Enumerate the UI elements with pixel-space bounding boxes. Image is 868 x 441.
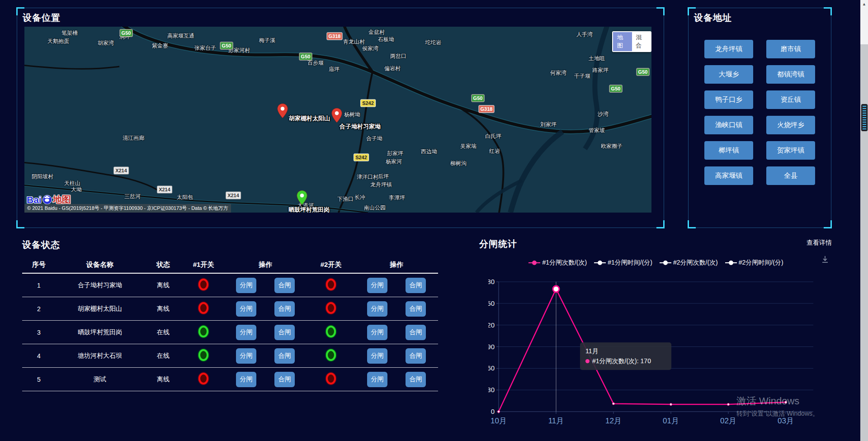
svg-text:02月: 02月	[720, 417, 736, 425]
map-place-label: 胡家湾	[98, 39, 114, 47]
switch2-indicator	[326, 326, 336, 337]
address-button[interactable]: 鸭子口乡	[704, 90, 753, 109]
map-place-label: 庙坪	[329, 66, 340, 73]
open-switch2-button[interactable]: 分闸	[367, 325, 387, 340]
map-type-hybrid-button[interactable]: 混合	[632, 32, 651, 51]
device-name: 测试	[56, 375, 144, 384]
address-button[interactable]: 都镇湾镇	[766, 65, 815, 84]
address-button[interactable]: 贺家坪镇	[766, 141, 815, 160]
switch2-indicator	[326, 302, 336, 314]
panel-corner-decoration	[824, 220, 832, 228]
row-number: 3	[22, 329, 56, 336]
road-shield-G50: G50	[299, 53, 312, 61]
address-button-grid: 龙舟坪镇磨市镇大堰乡都镇湾镇鸭子口乡资丘镇渔峡口镇火烧坪乡榔坪镇贺家坪镇高家堰镇…	[704, 40, 815, 185]
switch1-indicator	[198, 302, 208, 314]
view-details-link[interactable]: 查看详情	[807, 239, 832, 247]
open-switch1-button[interactable]: 分闸	[236, 278, 256, 293]
address-button[interactable]: 全县	[766, 166, 815, 185]
map-place-label: 津洋口村	[357, 173, 378, 181]
close-switch2-button[interactable]: 合闸	[406, 372, 426, 387]
address-button[interactable]: 磨市镇	[766, 40, 815, 58]
close-switch1-button[interactable]: 合闸	[274, 301, 295, 317]
legend-item[interactable]: #1分闸次数/(次)	[528, 259, 587, 267]
legend-item[interactable]: #2分闸次数/(次)	[660, 259, 718, 267]
open-switch2-button[interactable]: 分闸	[367, 278, 387, 293]
map-pin-icon[interactable]	[331, 108, 342, 123]
map-place-label: 西边坳	[421, 148, 437, 156]
address-button[interactable]: 资丘镇	[766, 90, 815, 109]
open-switch2-button[interactable]: 分闸	[367, 348, 387, 364]
close-switch1-button[interactable]: 合闸	[274, 325, 295, 340]
tooltip-series-dot	[585, 359, 590, 363]
close-switch2-button[interactable]: 合闸	[406, 278, 426, 293]
open-switch1-button[interactable]: 分闸	[236, 325, 256, 340]
address-button[interactable]: 渔峡口镇	[704, 116, 753, 134]
map-place-label: 天柱山	[64, 180, 80, 187]
close-switch1-button[interactable]: 合闸	[274, 348, 295, 364]
map-pin-label: 晒鼓坪村荒田岗	[288, 206, 330, 213]
road-shield-G318: G318	[479, 105, 495, 113]
switch2-cell	[306, 349, 356, 362]
device-status: 在线	[144, 328, 182, 337]
map-place-label: 金盆村	[368, 28, 385, 36]
column-header: 操作	[356, 261, 437, 269]
scroll-up-arrow-icon[interactable]: ▲	[860, 2, 868, 6]
close-switch1-button[interactable]: 合闸	[274, 278, 295, 293]
legend-item[interactable]: #2分闸时间/(分)	[725, 259, 783, 267]
road-shield-G50: G50	[637, 68, 650, 76]
device-name: 合子坳村习家坳	[56, 281, 144, 289]
table-row: 3晒鼓坪村荒田岗在线分闸合闸分闸合闸	[22, 321, 438, 344]
switch1-cell	[182, 279, 225, 292]
road-shield-G318: G318	[327, 33, 343, 40]
map-pin-icon[interactable]	[297, 190, 307, 205]
address-button[interactable]: 大堰乡	[704, 65, 753, 84]
open-switch1-button[interactable]: 分闸	[236, 301, 256, 317]
device-name: 塘坊河村大石坝	[56, 352, 144, 360]
open-switch2-button[interactable]: 分闸	[367, 301, 387, 317]
open-switch1-button[interactable]: 分闸	[236, 372, 256, 387]
baidu-map[interactable]: 笔架槽洞坪高家堰互通梅子溪紫金寨天鹅抱蛋胡家湾张家台子彭家河村金盆村石板坳青龙山…	[24, 27, 651, 213]
map-pin-label: 合子坳村习家坳	[340, 123, 381, 131]
map-type-map-button[interactable]: 地图	[613, 32, 632, 51]
map-place-label: 太阳包	[177, 194, 193, 201]
column-header: 状态	[144, 261, 182, 269]
address-button[interactable]: 榔坪镇	[704, 141, 753, 160]
scrollbar-thumb[interactable]	[861, 104, 868, 131]
map-place-label: 后坪	[378, 173, 389, 180]
address-button[interactable]: 高家堰镇	[704, 166, 753, 185]
address-button[interactable]: 火烧坪乡	[766, 116, 815, 134]
switch2-operations: 分闸合闸	[356, 301, 437, 317]
address-button[interactable]: 龙舟坪镇	[704, 40, 753, 58]
svg-text:60: 60	[488, 364, 495, 372]
switch1-indicator	[198, 373, 208, 384]
map-place-label: 白氏坪	[485, 133, 501, 140]
switch2-cell	[306, 279, 356, 292]
close-switch2-button[interactable]: 合闸	[406, 301, 426, 317]
open-switch2-button[interactable]: 分闸	[367, 372, 387, 387]
legend-item[interactable]: #1分闸时间/(分)	[594, 259, 652, 267]
column-header: 设备名称	[56, 261, 144, 269]
device-name: 胡家棚村太阳山	[56, 305, 144, 313]
panel-corner-decoration	[824, 7, 832, 15]
map-pin-icon[interactable]	[277, 104, 288, 118]
svg-text:0: 0	[491, 408, 495, 415]
switch2-indicator	[326, 349, 336, 361]
switch1-indicator	[198, 326, 208, 337]
device-address-panel: 设备地址 龙舟坪镇磨市镇大堰乡都镇湾镇鸭子口乡资丘镇渔峡口镇火烧坪乡榔坪镇贺家坪…	[688, 8, 831, 228]
switch1-operations: 分闸合闸	[225, 348, 306, 364]
switch2-operations: 分闸合闸	[356, 325, 437, 340]
map-place-label: 长冲	[354, 194, 365, 201]
chart-legend: #1分闸次数/(次)#1分闸时间/(分)#2分闸次数/(次)#2分闸时间/(分)	[479, 259, 833, 267]
close-switch2-button[interactable]: 合闸	[406, 348, 426, 364]
chart-tooltip: 11月 #1分闸次数/(次): 170	[580, 342, 671, 370]
switch1-indicator	[198, 279, 208, 290]
road-shield-G50: G50	[220, 42, 233, 50]
legend-label: #1分闸次数/(次)	[542, 259, 587, 267]
switch2-operations: 分闸合闸	[356, 372, 437, 387]
map-place-label: 张家台子	[194, 44, 216, 52]
map-place-label: 笔架槽	[61, 29, 78, 37]
page-scrollbar[interactable]: ▲	[860, 0, 868, 441]
close-switch2-button[interactable]: 合闸	[406, 325, 426, 340]
close-switch1-button[interactable]: 合闸	[274, 372, 295, 387]
open-switch1-button[interactable]: 分闸	[236, 348, 256, 364]
